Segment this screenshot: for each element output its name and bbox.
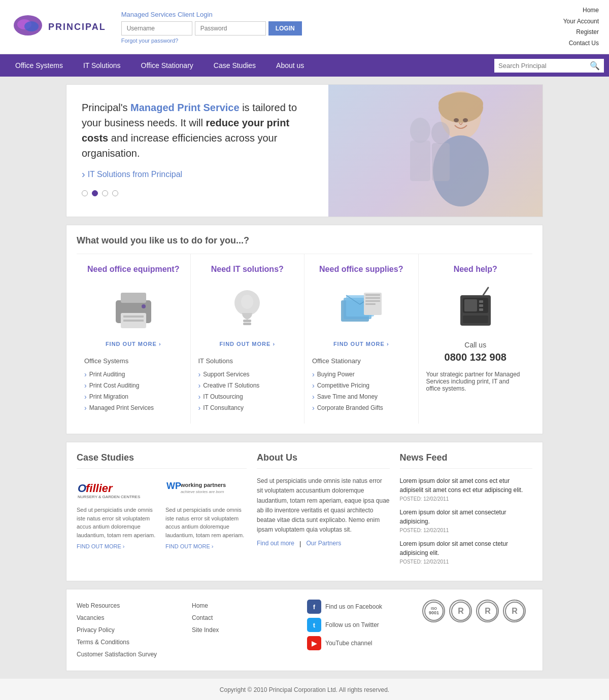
slider-dots	[82, 190, 313, 196]
cert-badges: ISO 9001 R R	[422, 600, 532, 622]
svg-rect-15	[121, 293, 146, 303]
news-date-1: POSTED: 12/02/2011	[400, 496, 533, 502]
case-study-2-text: Sed ut perspiciatis unde omnis iste natu…	[165, 506, 247, 539]
case-study-1-link[interactable]: FIND OUT MORE	[77, 543, 125, 549]
svg-rect-17	[123, 316, 144, 318]
news-item-1: Lorem ipsum dolor sit amet cons ect etur…	[400, 476, 533, 502]
svg-rect-31	[365, 297, 380, 299]
twitter-link[interactable]: Follow us on Twitter	[325, 619, 379, 631]
search-input[interactable]	[498, 62, 590, 69]
svg-text:R: R	[458, 607, 464, 615]
slider-dot-1[interactable]	[82, 190, 88, 196]
cert-badge-r1: R	[449, 600, 472, 622]
nav-contact-us[interactable]: Contact Us	[569, 38, 599, 49]
news-feed-heading: News Feed	[400, 452, 533, 469]
svg-text:R: R	[485, 607, 491, 615]
news-date-3: POSTED: 12/02/2011	[400, 559, 533, 565]
social-youtube: ▶ YouTube channel	[307, 636, 417, 650]
nav-case-studies[interactable]: Case Studies	[204, 54, 266, 77]
hero-cta-link[interactable]: IT Solutions from Principal	[82, 168, 313, 180]
footer-site-index[interactable]: Site Index	[192, 624, 302, 636]
help-description: Your strategic partner for Managed Servi…	[426, 371, 525, 392]
list-item: Buying Power	[312, 369, 411, 380]
managed-print-link[interactable]: Managed Print Service	[130, 102, 240, 113]
login-button[interactable]: LOGIN	[268, 21, 302, 36]
nav-it-solutions[interactable]: IT Solutions	[73, 54, 131, 77]
printer-icon-area	[84, 283, 183, 333]
news-item-2: Lorem ipsum dolor sit amet consectetur a…	[400, 508, 533, 533]
list-item: Competitive Pricing	[312, 380, 411, 391]
list-item: Support Services	[198, 369, 297, 380]
footer-vacancies[interactable]: Vacancies	[77, 612, 187, 624]
office-systems-list: Print Auditing Print Cost Auditing Print…	[84, 369, 183, 413]
svg-text:WP: WP	[166, 481, 181, 491]
it-find-out-more[interactable]: FIND OUT MORE	[198, 341, 297, 347]
svg-text:achieve stories are born: achieve stories are born	[181, 489, 224, 494]
office-find-out-more[interactable]: FIND OUT MORE	[84, 341, 183, 347]
office-supplies-icon	[333, 285, 389, 331]
svg-point-8	[410, 118, 430, 143]
service-title-it: Need IT solutions?	[198, 264, 297, 275]
phone-number: 0800 132 908	[426, 352, 525, 363]
ofillier-logo: O fillier NURSERY & GARDEN CENTRES	[77, 476, 158, 502]
service-col-supplies: Need office supplies?	[304, 254, 419, 424]
svg-text:9001: 9001	[428, 610, 438, 615]
services-grid: Need office equipment? FIND OUT MORE Off…	[77, 254, 532, 424]
managed-services-link[interactable]: Managed Services Client Login	[121, 11, 213, 18]
nav-register[interactable]: Register	[576, 27, 599, 38]
search-button[interactable]: 🔍	[590, 61, 600, 71]
hero-image	[328, 85, 543, 217]
youtube-link[interactable]: YouTube channel	[325, 637, 373, 649]
about-us-heading: About Us	[257, 452, 390, 469]
footer-privacy-policy[interactable]: Privacy Policy	[77, 624, 187, 636]
news-link-2[interactable]: Lorem ipsum dolor sit amet consectetur a…	[400, 509, 506, 525]
facebook-icon: f	[307, 600, 321, 614]
forgot-password-link[interactable]: Forgot your password?	[121, 38, 179, 44]
svg-rect-37	[479, 300, 483, 303]
working-partners-logo: WP working partners achieve stories are …	[165, 476, 247, 502]
svg-rect-22	[243, 323, 251, 325]
footer-web-resources[interactable]: Web Resources	[77, 600, 187, 612]
footer-terms[interactable]: Terms & Conditions	[77, 636, 187, 648]
case-study-2-link[interactable]: FIND OUT MORE	[165, 543, 214, 549]
nav-home[interactable]: Home	[583, 5, 599, 16]
case-studies-grid: O fillier NURSERY & GARDEN CENTRES Sed u…	[77, 476, 247, 550]
nav-your-account[interactable]: Your Account	[563, 16, 599, 27]
services-heading: What would you like us to do for you...?	[77, 235, 532, 246]
footer-col-2: Home Contact Site Index	[192, 600, 302, 636]
case-studies-heading: Case Studies	[77, 452, 247, 469]
footer-survey[interactable]: Customer Satisfaction Survey	[77, 648, 187, 660]
nav-office-systems[interactable]: Office Systems	[5, 54, 73, 77]
password-input[interactable]	[195, 21, 266, 36]
slider-dot-2[interactable]	[92, 190, 98, 196]
nav-about-us[interactable]: About us	[266, 54, 314, 77]
service-title-supplies: Need office supplies?	[312, 264, 411, 275]
username-input[interactable]	[121, 21, 192, 36]
slider-dot-3[interactable]	[102, 190, 108, 196]
main-wrapper: Principal's Managed Print Service is tai…	[66, 84, 543, 671]
case-study-1: O fillier NURSERY & GARDEN CENTRES Sed u…	[77, 476, 158, 550]
footer-home[interactable]: Home	[192, 600, 302, 612]
hero-paragraph: Principal's Managed Print Service is tai…	[82, 100, 313, 161]
svg-point-19	[142, 304, 146, 308]
supplies-find-out-more[interactable]: FIND OUT MORE	[312, 341, 411, 347]
find-out-more-link[interactable]: Find out more	[257, 540, 294, 547]
working-partners-logo-svg: WP working partners achieve stories are …	[165, 478, 247, 501]
slider-dot-4[interactable]	[112, 190, 118, 196]
our-partners-link[interactable]: Our Partners	[306, 540, 341, 547]
list-item: Creative IT Solutions	[198, 380, 297, 391]
svg-rect-40	[463, 316, 488, 323]
logo-area: PRINCIPAL	[10, 9, 106, 45]
nav-office-stationary[interactable]: Office Stationary	[131, 54, 204, 77]
facebook-link[interactable]: Find us on Facebook	[325, 601, 382, 613]
service-col-office: Need office equipment? FIND OUT MORE Off…	[77, 254, 191, 424]
svg-text:R: R	[512, 607, 518, 615]
svg-text:O: O	[78, 482, 86, 495]
case-studies-section: Case Studies O fillier NURSERY & GARDEN …	[77, 452, 247, 571]
svg-point-2	[24, 21, 39, 31]
footer-contact[interactable]: Contact	[192, 612, 302, 624]
twitter-icon: t	[307, 618, 321, 632]
svg-point-5	[438, 93, 483, 115]
svg-rect-30	[365, 294, 380, 296]
about-separator: |	[299, 540, 301, 547]
